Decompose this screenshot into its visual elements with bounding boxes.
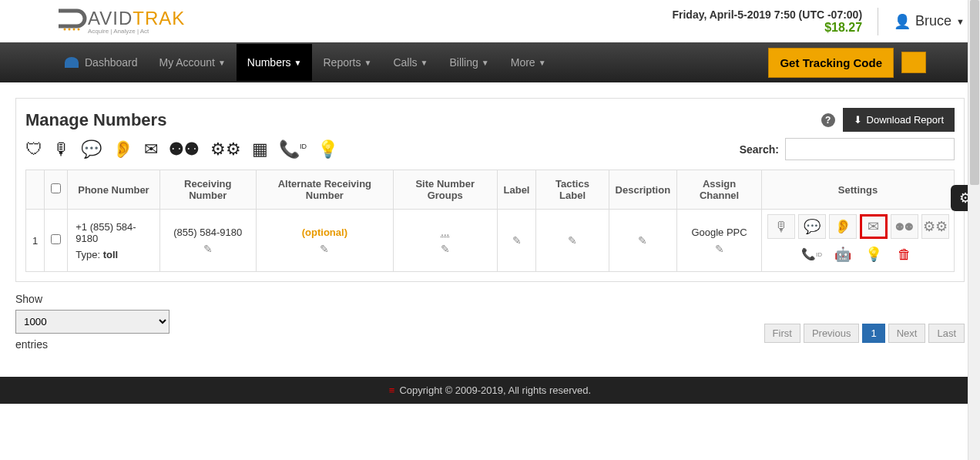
receiving-number: (855) 584-9180 <box>166 227 250 238</box>
assign-channel: Google PPC <box>683 227 755 238</box>
setting-trash-icon[interactable]: 🗑 <box>891 242 918 267</box>
setting-robot-icon[interactable]: 🤖 <box>829 242 857 267</box>
nav-billing[interactable]: Billing ▼ <box>438 44 499 81</box>
show-entries: Show 1000 entries <box>15 293 169 351</box>
show-label: Show <box>15 293 169 305</box>
setting-ear-icon[interactable]: 👂 <box>829 214 857 239</box>
site-groups-dots[interactable]: ... <box>400 227 491 238</box>
header: AVIDTRAK Acquire | Analyze | Act Friday,… <box>0 0 980 42</box>
search-area: Search: <box>740 138 955 160</box>
dashboard-icon <box>65 57 79 68</box>
caret-down-icon: ▼ <box>364 59 372 67</box>
logo-text-avid: AVID <box>88 8 133 29</box>
edit-icon[interactable]: ✎ <box>542 234 602 247</box>
footer: ≡Copyright © 2009-2019, All rights reser… <box>0 377 980 404</box>
row-index: 1 <box>26 210 45 272</box>
panel-header: Manage Numbers ? ⬇Download Report <box>25 108 955 132</box>
assign-cell: Google PPC ✎ <box>677 210 762 272</box>
nav-calls[interactable]: Calls▼ <box>382 44 438 81</box>
header-right: Friday, April-5-2019 7:50 (UTC -07:00) $… <box>672 8 965 35</box>
page-last-button[interactable]: Last <box>928 324 965 343</box>
edit-icon[interactable]: ✎ <box>263 243 387 255</box>
nav-more[interactable]: More ▼ <box>500 44 557 81</box>
pagination: First Previous 1 Next Last <box>764 324 965 343</box>
page-size-select[interactable]: 1000 <box>15 310 169 334</box>
microphone-icon[interactable]: 🎙 <box>53 139 70 159</box>
col-settings[interactable]: Settings <box>762 170 955 210</box>
shield-icon[interactable]: 🛡 <box>25 139 42 159</box>
settings-cell: 🎙 💬 👂 ✉ ⚉⚉ ⚙⚙ 📞ID 🤖 💡 🗑 <box>762 210 955 272</box>
site-groups-cell: ... ✎ <box>393 210 497 272</box>
col-label[interactable]: Label <box>497 170 536 210</box>
setting-envelope-icon[interactable]: ✉ <box>860 214 888 239</box>
page-1-button[interactable]: 1 <box>862 324 884 343</box>
select-all-checkbox[interactable] <box>51 183 61 193</box>
envelope-icon[interactable]: ✉ <box>144 139 158 159</box>
edit-icon[interactable]: ✎ <box>166 243 250 255</box>
col-phone[interactable]: Phone Number <box>68 170 159 210</box>
tactics-cell: ✎ <box>536 210 609 272</box>
setting-gears-icon[interactable]: ⚙⚙ <box>921 214 949 239</box>
gears-icon[interactable]: ⚙⚙ <box>210 139 241 159</box>
col-receiving[interactable]: Receiving Number <box>159 170 256 210</box>
lightbulb-icon[interactable]: 💡 <box>317 139 338 159</box>
grid-icon[interactable]: ▦ <box>252 139 268 159</box>
page-first-button[interactable]: First <box>764 324 800 343</box>
svg-point-0 <box>64 29 66 31</box>
edit-icon[interactable]: ✎ <box>683 243 755 255</box>
logo[interactable]: AVIDTRAK Acquire | Analyze | Act <box>54 6 185 36</box>
vertical-scrollbar[interactable] <box>968 0 980 404</box>
alternate-cell: (optional) ✎ <box>256 210 393 272</box>
row-checkbox[interactable] <box>51 234 61 244</box>
chat-icon[interactable]: 💬 <box>81 139 102 159</box>
label-cell: ✎ <box>497 210 536 272</box>
download-icon: ⬇ <box>854 114 862 126</box>
logo-text-trak: TRAK <box>133 8 185 29</box>
col-assign[interactable]: Assign Channel <box>677 170 762 210</box>
page-previous-button[interactable]: Previous <box>804 324 860 343</box>
caret-down-icon: ▼ <box>421 59 428 67</box>
col-alternate[interactable]: Alternate Receiving Number <box>256 170 393 210</box>
setting-voicemail-icon[interactable]: ⚉⚉ <box>891 214 918 239</box>
download-report-button[interactable]: ⬇Download Report <box>843 108 955 132</box>
get-tracking-code-button[interactable]: Get Tracking Code <box>768 48 894 78</box>
search-input[interactable] <box>785 138 955 160</box>
setting-caller-id-icon[interactable]: 📞ID <box>798 242 826 267</box>
copyright-text: Copyright © 2009-2019, All rights reserv… <box>399 384 591 396</box>
nav-dashboard[interactable]: Dashboard <box>54 44 149 81</box>
user-name: Bruce <box>915 13 951 29</box>
nav-my-account[interactable]: My Account▼ <box>149 44 237 81</box>
search-label: Search: <box>740 143 779 156</box>
page-next-button[interactable]: Next <box>888 324 926 343</box>
nav-numbers[interactable]: Numbers ▼ <box>237 44 313 81</box>
setting-lightbulb-icon[interactable]: 💡 <box>860 242 888 267</box>
receiving-cell: (855) 584-9180 ✎ <box>159 210 256 272</box>
nav-reports[interactable]: Reports ▼ <box>312 44 382 81</box>
col-index <box>26 170 45 210</box>
divider <box>878 8 878 35</box>
setting-microphone-icon[interactable]: 🎙 <box>767 214 795 239</box>
svg-point-3 <box>78 29 80 31</box>
phone-cell: +1 (855) 584-9180 Type: toll <box>68 210 159 272</box>
logo-icon <box>54 6 88 34</box>
col-tactics[interactable]: Tactics Label <box>536 170 609 210</box>
edit-icon[interactable]: ✎ <box>400 243 491 255</box>
edit-icon[interactable]: ✎ <box>616 234 671 247</box>
alternate-optional: (optional) <box>263 227 387 238</box>
voicemail-icon[interactable]: ⚉⚉ <box>169 139 200 159</box>
table-footer: Show 1000 entries First Previous 1 Next … <box>15 293 965 351</box>
user-menu[interactable]: 👤 Bruce ▼ <box>894 13 965 30</box>
scrollbar-thumb[interactable] <box>970 0 979 185</box>
edit-icon[interactable]: ✎ <box>504 234 530 247</box>
col-site-groups[interactable]: Site Number Groups <box>393 170 497 210</box>
setting-chat-icon[interactable]: 💬 <box>798 214 826 239</box>
folder-icon[interactable] <box>901 52 926 73</box>
col-checkbox <box>45 170 68 210</box>
col-description[interactable]: Description <box>609 170 677 210</box>
help-icon[interactable]: ? <box>821 113 835 127</box>
toolbar-row: 🛡 🎙 💬 👂 ✉ ⚉⚉ ⚙⚙ ▦ 📞ID 💡 Search: <box>25 138 955 160</box>
balance-display: $18.27 <box>672 21 862 35</box>
ear-icon[interactable]: 👂 <box>112 139 133 159</box>
user-icon: 👤 <box>894 13 911 30</box>
caller-id-icon[interactable]: 📞ID <box>279 139 307 159</box>
